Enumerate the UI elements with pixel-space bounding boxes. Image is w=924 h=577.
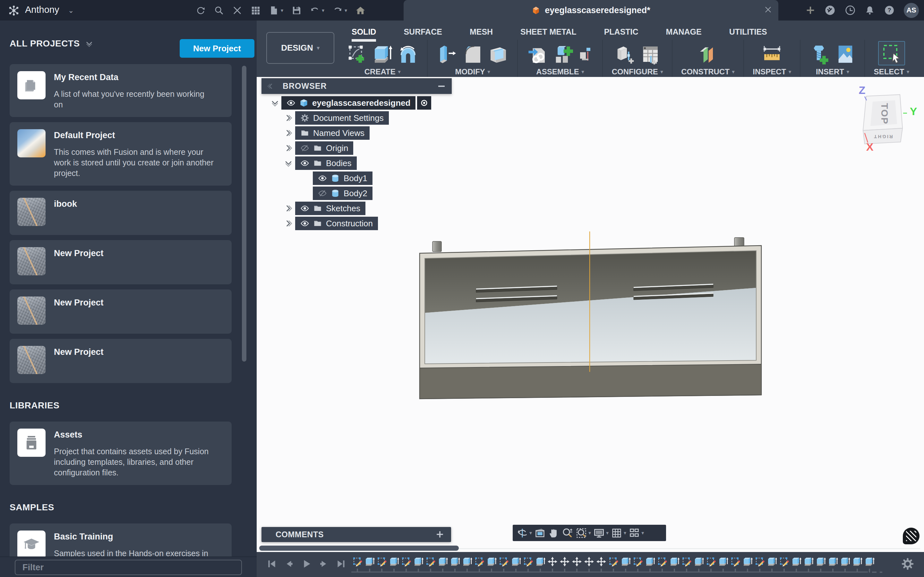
nav-zoom-button[interactable] bbox=[562, 527, 573, 539]
model-frame[interactable] bbox=[420, 245, 761, 399]
timeline-feature-move-21[interactable] bbox=[596, 556, 606, 570]
visibility-eye-icon[interactable] bbox=[300, 204, 309, 213]
nav-look-button[interactable] bbox=[534, 527, 546, 539]
timeline-feature-sketch-3[interactable] bbox=[376, 556, 387, 570]
viewcube-top-label[interactable]: TOP bbox=[879, 103, 890, 124]
timeline-feature-sketch-1[interactable] bbox=[352, 556, 363, 570]
timeline-feature-extrude-31[interactable] bbox=[718, 556, 728, 570]
tree-node[interactable]: eyeglasscaseredesigned bbox=[281, 96, 415, 110]
model-hinge-right[interactable] bbox=[734, 237, 744, 248]
new-tab-button[interactable] bbox=[806, 5, 815, 15]
playback-step-back-button[interactable] bbox=[284, 558, 294, 569]
visibility-eye-icon[interactable] bbox=[318, 174, 327, 183]
group-label-create[interactable]: CREATE▾ bbox=[365, 67, 401, 76]
timeline-feature-sketch-15[interactable] bbox=[523, 556, 533, 570]
tool-presspull-icon[interactable] bbox=[437, 44, 457, 64]
timeline-feature-extrude-9[interactable] bbox=[450, 556, 460, 570]
tree-row-construction[interactable]: Construction bbox=[262, 216, 486, 231]
new-project-button[interactable]: New Project bbox=[180, 39, 254, 58]
group-label-configure[interactable]: CONFIGURE▾ bbox=[612, 67, 663, 76]
timeline-feature-extrude-41[interactable] bbox=[840, 556, 850, 570]
visibility-eye-off-icon[interactable] bbox=[318, 189, 327, 198]
filter-input[interactable] bbox=[15, 560, 242, 575]
expand-node-icon[interactable] bbox=[284, 113, 293, 122]
tree-row-body2[interactable]: Body2 bbox=[262, 186, 486, 201]
timeline-feature-extrude-37[interactable] bbox=[791, 556, 801, 570]
tool-sketch-icon[interactable] bbox=[347, 44, 367, 64]
timeline-feature-extrude-25[interactable] bbox=[645, 556, 655, 570]
visibility-eye-icon[interactable] bbox=[300, 219, 309, 228]
project-card-basic-training[interactable]: Basic TrainingSamples used in the Hands-… bbox=[10, 524, 232, 556]
tree-node[interactable]: Bodies bbox=[295, 156, 357, 170]
group-label-modify[interactable]: MODIFY▾ bbox=[455, 67, 490, 76]
timeline-feature-extrude-4[interactable] bbox=[389, 556, 399, 570]
app-grid-button[interactable] bbox=[250, 5, 260, 15]
tree-node[interactable]: Document Settings bbox=[295, 111, 389, 125]
timeline-feature-extrude-6[interactable] bbox=[413, 556, 423, 570]
model-top-wall[interactable] bbox=[425, 251, 756, 313]
view-cube[interactable]: TOP RIGHT Z Y X bbox=[852, 82, 921, 151]
save-button[interactable] bbox=[292, 5, 302, 15]
tab-sheet-metal[interactable]: SHEET METAL bbox=[520, 21, 577, 42]
timeline-feature-extrude-40[interactable] bbox=[828, 556, 838, 570]
tool-component-icon[interactable] bbox=[527, 44, 548, 64]
avatar[interactable]: AS bbox=[904, 3, 919, 18]
tab-utilities[interactable]: UTILITIES bbox=[729, 21, 767, 42]
project-card-new-project[interactable]: New Project bbox=[10, 339, 232, 383]
tool-extrude-icon[interactable] bbox=[372, 44, 393, 64]
workspace-selector[interactable]: DESIGN ▾ bbox=[266, 32, 334, 64]
collapse-panel-icon[interactable] bbox=[267, 82, 274, 90]
collapse-node-icon[interactable] bbox=[270, 98, 279, 107]
chevron-down-icon[interactable]: ▾ bbox=[529, 530, 532, 536]
timeline-feature-extrude-10[interactable] bbox=[462, 556, 472, 570]
nav-orbit-button[interactable]: ▾ bbox=[517, 527, 532, 539]
tool-revolve-icon[interactable] bbox=[398, 44, 418, 64]
timeline-feature-extrude-8[interactable] bbox=[438, 556, 448, 570]
canvas-hscroll-thumb[interactable] bbox=[259, 546, 459, 551]
tool-shell-icon[interactable] bbox=[488, 44, 509, 64]
timeline-feature-sketch-11[interactable] bbox=[474, 556, 485, 570]
timeline-feature-extrude-42[interactable] bbox=[852, 556, 863, 570]
model-hinge-left[interactable] bbox=[433, 242, 441, 251]
close-data-panel-button[interactable] bbox=[232, 5, 242, 15]
timeline-feature-sketch-5[interactable] bbox=[401, 556, 411, 570]
tab-mesh[interactable]: MESH bbox=[470, 21, 493, 42]
timeline-feature-sketch-7[interactable] bbox=[425, 556, 436, 570]
model-ridges[interactable] bbox=[476, 284, 713, 302]
expand-node-icon[interactable] bbox=[284, 204, 293, 213]
tree-row-origin[interactable]: Origin bbox=[262, 141, 486, 156]
assistant-bubble[interactable] bbox=[903, 528, 919, 544]
timeline-feature-sketch-26[interactable] bbox=[657, 556, 667, 570]
playback-step-forward-button[interactable] bbox=[318, 558, 329, 569]
undo-button[interactable]: ▾ bbox=[310, 5, 325, 15]
tree-node[interactable]: Body2 bbox=[313, 187, 373, 200]
minimize-icon[interactable] bbox=[438, 85, 445, 87]
timeline-feature-move-19[interactable] bbox=[572, 556, 582, 570]
timeline-feature-extrude-12[interactable] bbox=[486, 556, 497, 570]
timeline-feature-sketch-30[interactable] bbox=[706, 556, 716, 570]
project-card-ibook[interactable]: ibook bbox=[10, 191, 232, 235]
group-label-inspect[interactable]: INSPECT▾ bbox=[753, 67, 791, 76]
timeline-feature-move-20[interactable] bbox=[584, 556, 594, 570]
notifications-button[interactable] bbox=[865, 5, 875, 15]
sync-button[interactable] bbox=[196, 5, 206, 15]
close-tab-icon[interactable] bbox=[764, 6, 772, 13]
tree-row-document-settings[interactable]: Document Settings bbox=[262, 111, 486, 126]
tree-node[interactable]: Sketches bbox=[295, 201, 365, 215]
chevron-down-icon[interactable]: ▾ bbox=[624, 530, 626, 536]
projects-filter-dropdown[interactable]: ALL PROJECTS bbox=[10, 39, 94, 49]
group-label-insert[interactable]: INSERT▾ bbox=[816, 67, 849, 76]
model-front-wall[interactable] bbox=[420, 364, 761, 399]
job-status-clock-button[interactable] bbox=[845, 5, 856, 16]
job-status-icon[interactable] bbox=[8, 5, 19, 16]
tool-image-icon[interactable] bbox=[835, 44, 856, 64]
tree-row-body1[interactable]: Body1 bbox=[262, 171, 486, 186]
tab-surface[interactable]: SURFACE bbox=[404, 21, 442, 42]
timeline-feature-move-17[interactable] bbox=[548, 556, 557, 570]
tree-node[interactable]: Origin bbox=[295, 141, 353, 155]
nav-views-button[interactable]: ▾ bbox=[628, 527, 644, 539]
tree-row-bodies[interactable]: Bodies bbox=[262, 156, 486, 171]
timeline-feature-extrude-39[interactable] bbox=[816, 556, 826, 570]
tool-fillet-icon[interactable] bbox=[462, 44, 483, 64]
tool-bolt-icon[interactable] bbox=[809, 44, 830, 64]
